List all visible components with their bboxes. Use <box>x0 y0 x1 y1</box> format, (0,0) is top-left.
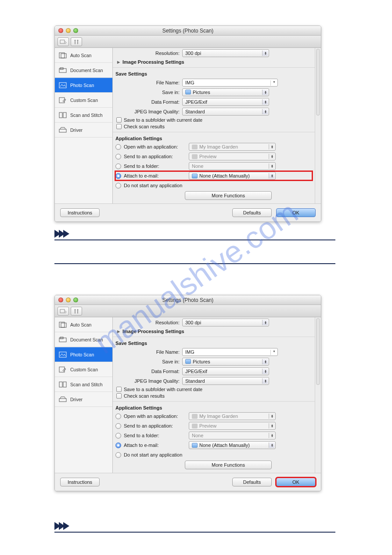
save-settings-heading: Save Settings <box>115 341 315 346</box>
no-start-radio[interactable] <box>115 183 121 189</box>
sidebar-label: Scan and Stitch <box>70 112 103 118</box>
chevron-divider <box>54 230 322 238</box>
sidebar-item-photo-scan[interactable]: Photo Scan <box>55 78 112 93</box>
more-functions-button[interactable]: More Functions <box>185 461 272 469</box>
attach-email-popup[interactable]: None (Attach Manually) ▲▼ <box>189 172 276 180</box>
sidebar-item-driver[interactable]: Driver <box>55 392 112 407</box>
jpeg-quality-label: JPEG Image Quality: <box>115 378 182 384</box>
open-with-popup[interactable]: My Image Garden ▲▼ <box>189 412 276 420</box>
sidebar-label: Scan and Stitch <box>70 382 103 387</box>
sidebar-item-document-scan[interactable]: Document Scan <box>55 332 112 347</box>
no-start-radio[interactable] <box>115 452 121 458</box>
toolbar <box>55 305 321 317</box>
ok-button-highlighted[interactable]: OK <box>276 478 316 486</box>
tool-scan-from-computer[interactable] <box>58 307 69 316</box>
save-subfolder-label: Save to a subfolder with current date <box>124 387 202 392</box>
sidebar-item-custom-scan[interactable]: Custom Scan <box>55 362 112 377</box>
data-format-popup[interactable]: JPEG/Exif ▲▼ <box>182 367 269 375</box>
file-name-combo[interactable]: IMG <box>182 348 278 356</box>
triangle-right-icon: ▶ <box>117 60 120 64</box>
instructions-button[interactable]: Instructions <box>60 208 100 217</box>
sidebar-label: Auto Scan <box>70 322 91 327</box>
tool-scan-from-computer[interactable] <box>58 37 69 46</box>
attach-email-label: Attach to e-mail: <box>124 173 189 178</box>
jpeg-quality-popup[interactable]: Standard ▲▼ <box>182 108 269 116</box>
send-app-popup[interactable]: Preview ▲▼ <box>189 422 276 430</box>
sidebar-label: Custom Scan <box>70 367 98 372</box>
attach-email-popup[interactable]: None (Attach Manually) ▲▼ <box>189 441 276 449</box>
horizontal-rule <box>54 532 335 533</box>
send-folder-label: Send to a folder: <box>124 163 189 169</box>
send-folder-popup[interactable]: None ▲▼ <box>189 432 276 439</box>
open-with-label: Open with an application: <box>124 144 189 149</box>
image-processing-disclosure[interactable]: ▶ Image Processing Settings <box>117 329 315 334</box>
sidebar-label: Custom Scan <box>70 98 98 103</box>
send-folder-popup[interactable]: None ▲▼ <box>189 162 276 170</box>
resolution-popup[interactable]: 300 dpi ▲▼ <box>182 319 269 326</box>
sidebar: Auto Scan Document Scan Photo Scan Custo… <box>55 48 113 203</box>
jpeg-quality-popup[interactable]: Standard ▲▼ <box>182 377 269 385</box>
ok-button[interactable]: OK <box>276 208 316 217</box>
svg-rect-14 <box>60 309 65 313</box>
send-folder-radio[interactable] <box>115 433 121 439</box>
auto-scan-icon <box>58 321 67 328</box>
send-folder-label: Send to a folder: <box>124 433 189 438</box>
send-app-radio[interactable] <box>115 154 121 160</box>
driver-icon <box>58 396 67 403</box>
sidebar-item-custom-scan[interactable]: Custom Scan <box>55 93 112 108</box>
defaults-button[interactable]: Defaults <box>232 478 272 486</box>
sidebar-item-scan-stitch[interactable]: Scan and Stitch <box>55 377 112 392</box>
tool-general-settings[interactable] <box>71 37 82 46</box>
check-results-checkbox[interactable] <box>116 393 122 399</box>
vertical-scrollbar[interactable] <box>315 48 321 203</box>
attach-email-radio[interactable] <box>115 443 121 448</box>
attach-email-radio[interactable] <box>115 173 121 179</box>
file-name-label: File Name: <box>115 349 182 355</box>
send-folder-radio[interactable] <box>115 163 121 169</box>
svg-rect-16 <box>75 310 76 313</box>
open-with-radio[interactable] <box>115 144 121 150</box>
send-app-radio[interactable] <box>115 423 121 429</box>
stitch-icon <box>58 112 67 119</box>
open-with-radio[interactable] <box>115 414 121 419</box>
save-in-popup[interactable]: Pictures ▲▼ <box>182 88 269 96</box>
svg-rect-27 <box>59 399 66 402</box>
resolution-label: Resolution: <box>115 51 182 56</box>
tool-general-settings[interactable] <box>71 307 82 316</box>
sidebar-item-scan-stitch[interactable]: Scan and Stitch <box>55 108 112 123</box>
save-subfolder-checkbox[interactable] <box>116 117 122 123</box>
app-icon <box>192 154 198 159</box>
defaults-button[interactable]: Defaults <box>232 208 272 217</box>
data-format-popup[interactable]: JPEG/Exif ▲▼ <box>182 98 269 106</box>
svg-point-17 <box>77 309 79 310</box>
svg-point-15 <box>75 309 76 310</box>
send-app-label: Send to an application: <box>124 154 189 159</box>
photo-scan-icon <box>58 351 67 358</box>
folder-icon <box>192 174 198 178</box>
toolbar <box>55 36 321 48</box>
more-functions-button[interactable]: More Functions <box>185 191 272 200</box>
sidebar-item-driver[interactable]: Driver <box>55 123 112 138</box>
save-in-popup[interactable]: Pictures ▲▼ <box>182 358 269 366</box>
save-subfolder-checkbox[interactable] <box>116 387 122 392</box>
image-processing-disclosure[interactable]: ▶ Image Processing Settings <box>117 59 315 65</box>
sidebar-item-document-scan[interactable]: Document Scan <box>55 63 112 78</box>
resolution-popup[interactable]: 300 dpi ▲▼ <box>182 49 269 57</box>
check-results-label: Check scan results <box>124 124 165 129</box>
send-app-popup[interactable]: Preview ▲▼ <box>189 152 276 160</box>
no-start-label: Do not start any application <box>124 183 182 188</box>
file-name-combo[interactable]: IMG <box>182 79 278 87</box>
settings-window-2: Settings (Photo Scan) Auto Scan Document… <box>54 295 321 491</box>
check-results-checkbox[interactable] <box>116 124 122 129</box>
photo-scan-icon <box>58 82 67 89</box>
jpeg-quality-label: JPEG Image Quality: <box>115 109 182 114</box>
titlebar: Settings (Photo Scan) <box>55 295 321 305</box>
sidebar-item-photo-scan[interactable]: Photo Scan <box>55 347 112 362</box>
instructions-button[interactable]: Instructions <box>60 478 100 486</box>
app-icon <box>192 424 198 428</box>
sidebar-item-auto-scan[interactable]: Auto Scan <box>55 48 112 63</box>
vertical-scrollbar[interactable] <box>315 317 321 473</box>
sidebar-item-auto-scan[interactable]: Auto Scan <box>55 317 112 332</box>
open-with-popup[interactable]: My Image Garden ▲▼ <box>189 143 276 151</box>
sidebar-label: Driver <box>70 397 83 402</box>
